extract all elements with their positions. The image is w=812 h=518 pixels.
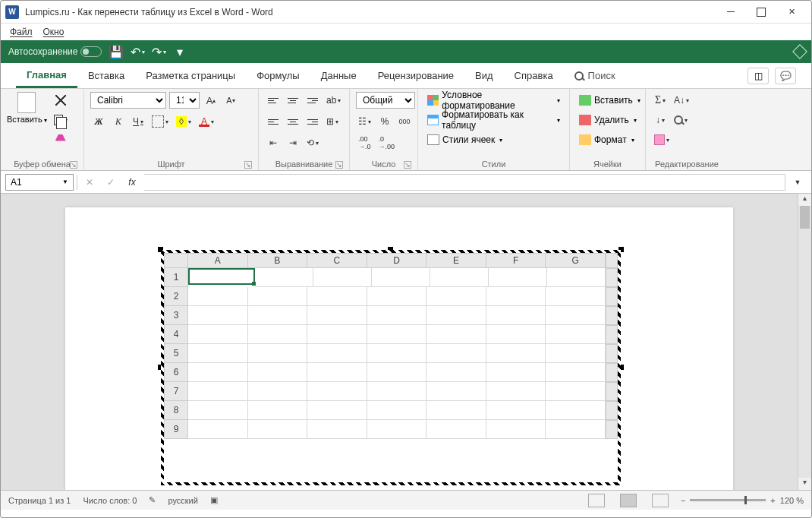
autosave-toggle[interactable]: Автосохранение xyxy=(8,46,102,57)
cancel-entry[interactable]: ✕ xyxy=(80,174,99,191)
align-left[interactable] xyxy=(265,113,282,130)
tab-help[interactable]: Справка xyxy=(504,63,564,88)
cell[interactable] xyxy=(248,401,308,420)
cell[interactable] xyxy=(188,325,248,344)
font-name-select[interactable]: Calibri xyxy=(90,92,166,109)
cell[interactable] xyxy=(426,306,486,325)
cell[interactable] xyxy=(248,325,308,344)
delete-cells-button[interactable]: Удалить xyxy=(576,112,640,128)
clipboard-launcher[interactable]: ↘ xyxy=(70,161,77,169)
cell[interactable] xyxy=(307,420,367,439)
close-button[interactable] xyxy=(776,2,807,23)
row-header-6[interactable]: 6 xyxy=(164,363,188,382)
align-right[interactable] xyxy=(304,113,321,130)
cell[interactable] xyxy=(546,382,606,401)
cell[interactable] xyxy=(486,325,546,344)
row-header-2[interactable]: 2 xyxy=(164,287,188,306)
format-cells-button[interactable]: Формат xyxy=(576,131,637,148)
cell[interactable] xyxy=(486,287,546,306)
cell[interactable] xyxy=(546,420,606,439)
find-button[interactable] xyxy=(672,112,690,128)
cell[interactable] xyxy=(188,420,248,439)
premium-icon[interactable] xyxy=(792,44,807,59)
cell[interactable] xyxy=(248,363,308,382)
row-header-5[interactable]: 5 xyxy=(164,344,188,363)
sheet-vscroll[interactable] xyxy=(606,382,618,401)
cut-button[interactable] xyxy=(52,92,70,109)
view-read[interactable] xyxy=(588,494,605,507)
cell[interactable] xyxy=(307,401,367,420)
indent-inc[interactable]: ⇥ xyxy=(285,134,301,151)
fill-button[interactable]: ↓ xyxy=(652,112,669,128)
tab-insert[interactable]: Вставка xyxy=(77,63,135,88)
fill-color-button[interactable]: ◊ xyxy=(174,113,194,130)
percent-button[interactable]: % xyxy=(376,113,393,130)
tab-data[interactable]: Данные xyxy=(310,63,367,88)
col-header-d[interactable]: D xyxy=(367,253,427,268)
vertical-scrollbar[interactable]: ▴ ▾ xyxy=(798,194,811,490)
menu-file[interactable]: Файл xyxy=(10,27,33,37)
col-header-b[interactable]: B xyxy=(248,253,308,268)
status-lang[interactable]: русский xyxy=(168,496,197,505)
cell[interactable] xyxy=(307,363,367,382)
align-bottom[interactable] xyxy=(304,92,321,109)
cell[interactable] xyxy=(307,306,367,325)
cell[interactable] xyxy=(546,287,606,306)
cell[interactable] xyxy=(307,287,367,306)
tab-formulas[interactable]: Формулы xyxy=(246,63,310,88)
zoom-out[interactable]: − xyxy=(681,496,685,505)
name-box[interactable]: A1▼ xyxy=(5,174,74,191)
cell[interactable] xyxy=(489,268,547,287)
cell[interactable] xyxy=(430,268,489,287)
cell[interactable] xyxy=(486,344,546,363)
formula-bar[interactable] xyxy=(144,174,785,191)
bold-button[interactable]: Ж xyxy=(90,113,107,130)
conditional-format-button[interactable]: Условное форматирование xyxy=(424,92,563,109)
cell[interactable] xyxy=(547,268,606,287)
tab-review[interactable]: Рецензирование xyxy=(367,63,464,88)
sheet-vscroll[interactable] xyxy=(606,363,618,382)
cell[interactable] xyxy=(486,401,546,420)
align-top[interactable] xyxy=(265,92,282,109)
tab-layout[interactable]: Разметка страницы xyxy=(135,63,246,88)
cell[interactable] xyxy=(367,306,427,325)
status-macro-icon[interactable]: ▣ xyxy=(210,495,218,505)
save-icon[interactable]: 💾 xyxy=(109,45,123,58)
inc-decimal[interactable]: .00→.0 xyxy=(356,134,373,151)
zoom-slider[interactable] xyxy=(690,499,766,501)
cell[interactable] xyxy=(426,420,486,439)
sort-filter-button[interactable]: A↓ xyxy=(672,92,691,109)
scroll-up-icon[interactable]: ▴ xyxy=(798,194,811,206)
autosum-button[interactable]: Σ xyxy=(652,92,669,109)
col-header-e[interactable]: E xyxy=(426,253,486,268)
scroll-thumb[interactable] xyxy=(800,206,810,229)
row-header-1[interactable]: 1 xyxy=(164,268,188,287)
embedded-object-border[interactable]: A B C D E F G 123456789 xyxy=(161,250,621,485)
cell[interactable] xyxy=(313,268,372,287)
paste-button[interactable]: Вставить xyxy=(7,92,47,124)
format-table-button[interactable]: Форматировать как таблицу xyxy=(424,112,563,128)
wrap-text[interactable]: ab xyxy=(324,92,343,109)
col-header-c[interactable]: C xyxy=(307,253,367,268)
copy-button[interactable] xyxy=(52,112,70,128)
sheet-vscroll[interactable] xyxy=(606,325,618,344)
insert-cells-button[interactable]: Вставить xyxy=(576,92,644,109)
merge-button[interactable]: ⊞ xyxy=(324,113,341,130)
cell[interactable] xyxy=(486,363,546,382)
cell[interactable] xyxy=(367,401,427,420)
cell[interactable] xyxy=(546,401,606,420)
redo-button[interactable]: ↷ xyxy=(152,45,165,58)
row-header-7[interactable]: 7 xyxy=(164,382,188,401)
cell[interactable] xyxy=(546,306,606,325)
cell[interactable] xyxy=(426,287,486,306)
undo-button[interactable]: ↶ xyxy=(131,45,144,58)
grow-font[interactable]: A▴ xyxy=(203,92,219,109)
cell[interactable] xyxy=(486,306,546,325)
cell[interactable] xyxy=(307,382,367,401)
sheet-vscroll[interactable] xyxy=(606,344,618,363)
cell[interactable] xyxy=(426,382,486,401)
cell[interactable] xyxy=(372,268,430,287)
cell[interactable] xyxy=(367,287,427,306)
cell[interactable] xyxy=(248,344,308,363)
cell[interactable] xyxy=(367,363,427,382)
